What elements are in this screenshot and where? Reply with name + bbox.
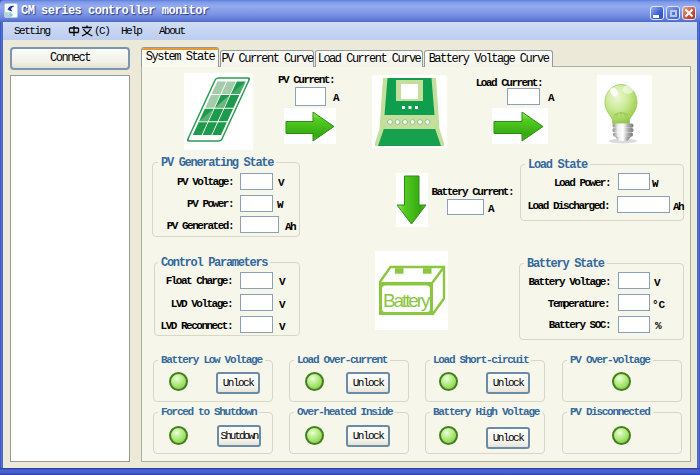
svg-text:Battery: Battery: [383, 290, 431, 311]
